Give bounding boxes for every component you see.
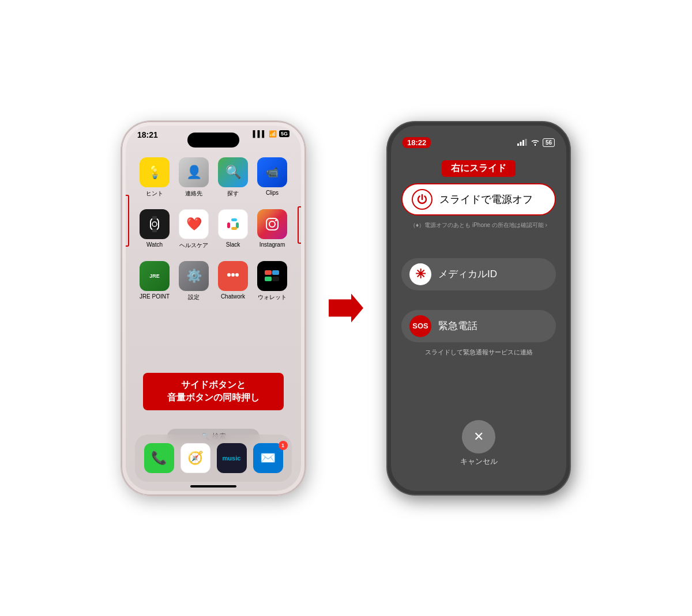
app-hint[interactable]: 💡 ヒント bbox=[137, 157, 172, 198]
app-health-label: ヘルスケア bbox=[179, 241, 208, 250]
app-hint-icon: 💡 bbox=[140, 157, 170, 187]
app-chatwork[interactable]: Chatwork bbox=[216, 261, 250, 301]
app-clips-icon: 📹 bbox=[257, 157, 287, 187]
status-time-right: 18:22 bbox=[403, 137, 431, 148]
dock: 📞 🧭 music ✉️ 1 bbox=[135, 434, 292, 482]
sos-label: 緊急電話 bbox=[438, 319, 477, 332]
app-find-label: 探す bbox=[227, 190, 239, 198]
svg-point-9 bbox=[269, 221, 275, 227]
app-slack-label: Slack bbox=[226, 241, 240, 248]
app-slack[interactable]: Slack bbox=[216, 209, 250, 250]
phone-right: 18:22 56 右にスライド スライドで電 bbox=[386, 121, 571, 496]
caption-line1: サイドボタンと bbox=[151, 379, 276, 391]
svg-rect-2 bbox=[152, 229, 157, 232]
app-clips[interactable]: 📹 Clips bbox=[255, 157, 289, 198]
battery-5g: 5G bbox=[279, 130, 289, 137]
direction-arrow bbox=[329, 294, 363, 323]
app-find-icon: 🔍 bbox=[218, 157, 248, 187]
sos-icon: SOS bbox=[409, 315, 431, 337]
dock-music[interactable]: music bbox=[215, 443, 249, 473]
sos-note: スライドして緊急通報サービスに連絡 bbox=[391, 348, 566, 357]
phone-left-screen: 18:21 ▌▌▌ 📶 5G 💡 ヒント 👤 連絡先 🔍 bbox=[126, 126, 301, 491]
status-icons-left: ▌▌▌ 📶 5G bbox=[253, 130, 289, 138]
power-slider[interactable]: スライドで電源オフ bbox=[401, 183, 556, 216]
cancel-icon: ✕ bbox=[473, 429, 484, 444]
cancel-button[interactable]: ✕ bbox=[462, 420, 495, 454]
svg-point-12 bbox=[231, 273, 235, 277]
arrow-container bbox=[329, 294, 363, 323]
svg-rect-0 bbox=[151, 218, 159, 230]
app-health[interactable]: ❤️ ヘルスケア bbox=[176, 209, 211, 250]
svg-point-10 bbox=[275, 220, 277, 221]
status-bar-right: 18:22 56 bbox=[391, 130, 566, 156]
app-jre[interactable]: JRE JRE POINT bbox=[137, 261, 172, 301]
dock-mail[interactable]: ✉️ 1 bbox=[251, 443, 285, 473]
app-contacts-icon: 👤 bbox=[179, 157, 209, 187]
svg-point-13 bbox=[235, 273, 239, 277]
slide-label: 右にスライド bbox=[391, 160, 566, 177]
location-note: （♦）電源オフのあとも iPhone の所在地は確認可能 › bbox=[391, 221, 566, 229]
dock-safari-icon: 🧭 bbox=[180, 443, 210, 473]
medical-icon: ✳ bbox=[409, 263, 431, 285]
dock-music-icon: music bbox=[217, 443, 247, 473]
app-row-1: 💡 ヒント 👤 連絡先 🔍 探す 📹 Clips bbox=[135, 157, 292, 198]
svg-rect-16 bbox=[265, 277, 272, 281]
dock-phone[interactable]: 📞 bbox=[142, 443, 176, 473]
app-settings[interactable]: ⚙️ 設定 bbox=[176, 261, 211, 301]
svg-point-3 bbox=[152, 222, 157, 226]
dock-mail-icon: ✉️ bbox=[253, 443, 283, 473]
wifi-icon: 📶 bbox=[269, 130, 277, 138]
dock-safari[interactable]: 🧭 bbox=[178, 443, 213, 473]
app-watch-label: Watch bbox=[146, 241, 163, 248]
app-chatwork-icon bbox=[218, 261, 248, 291]
status-icons-right: 56 bbox=[517, 138, 555, 147]
medical-id-label: メディカルID bbox=[438, 267, 497, 281]
app-grid: 💡 ヒント 👤 連絡先 🔍 探す 📹 Clips bbox=[126, 157, 301, 313]
signal-icon: ▌▌▌ bbox=[253, 130, 266, 137]
home-indicator-left bbox=[190, 485, 236, 487]
battery-icon-right: 56 bbox=[543, 138, 555, 147]
sos-button[interactable]: SOS 緊急電話 bbox=[401, 310, 556, 342]
app-find[interactable]: 🔍 探す bbox=[216, 157, 250, 198]
app-instagram-icon bbox=[257, 209, 287, 239]
app-watch-icon bbox=[140, 209, 170, 239]
app-health-icon: ❤️ bbox=[179, 209, 209, 239]
app-jre-icon: JRE bbox=[140, 261, 170, 291]
app-instagram-label: Instagram bbox=[260, 241, 285, 248]
app-row-3: JRE JRE POINT ⚙️ 設定 Chatwork bbox=[135, 261, 292, 301]
caption-line2: 音量ボタンの同時押し bbox=[151, 391, 276, 404]
app-watch[interactable]: Watch bbox=[137, 209, 172, 250]
signal-icon-right bbox=[517, 139, 528, 147]
svg-rect-18 bbox=[517, 143, 519, 146]
svg-rect-7 bbox=[231, 227, 237, 230]
medical-id-button[interactable]: ✳ メディカルID bbox=[401, 258, 556, 290]
svg-rect-21 bbox=[525, 139, 526, 146]
app-wallet-icon bbox=[257, 261, 287, 291]
app-settings-label: 設定 bbox=[188, 293, 200, 301]
app-contacts[interactable]: 👤 連絡先 bbox=[176, 157, 211, 198]
svg-rect-15 bbox=[272, 270, 279, 275]
mail-badge: 1 bbox=[279, 441, 288, 450]
phone-left: 18:21 ▌▌▌ 📶 5G 💡 ヒント 👤 連絡先 🔍 bbox=[121, 121, 306, 496]
svg-rect-20 bbox=[522, 140, 524, 146]
svg-rect-1 bbox=[152, 216, 157, 220]
svg-rect-5 bbox=[231, 218, 237, 221]
svg-point-11 bbox=[227, 273, 231, 277]
app-settings-icon: ⚙️ bbox=[179, 261, 209, 291]
app-instagram[interactable]: Instagram bbox=[255, 209, 289, 250]
caption-box: サイドボタンと 音量ボタンの同時押し bbox=[143, 373, 284, 410]
dock-phone-icon: 📞 bbox=[144, 443, 174, 473]
side-button-annotation bbox=[298, 206, 301, 244]
volume-button-annotation bbox=[126, 195, 129, 247]
svg-rect-4 bbox=[227, 222, 230, 228]
phone-right-screen: 18:22 56 右にスライド スライドで電 bbox=[391, 126, 566, 491]
app-wallet[interactable]: ウォレット bbox=[255, 261, 289, 301]
app-chatwork-label: Chatwork bbox=[221, 293, 245, 300]
svg-rect-19 bbox=[520, 142, 521, 146]
power-slider-label: スライドで電源オフ bbox=[439, 192, 533, 206]
app-row-2: Watch ❤️ ヘルスケア Slack bbox=[135, 209, 292, 250]
cancel-label: キャンセル bbox=[391, 456, 566, 467]
svg-rect-14 bbox=[265, 270, 272, 275]
svg-rect-17 bbox=[272, 277, 279, 281]
app-clips-label: Clips bbox=[266, 190, 279, 196]
